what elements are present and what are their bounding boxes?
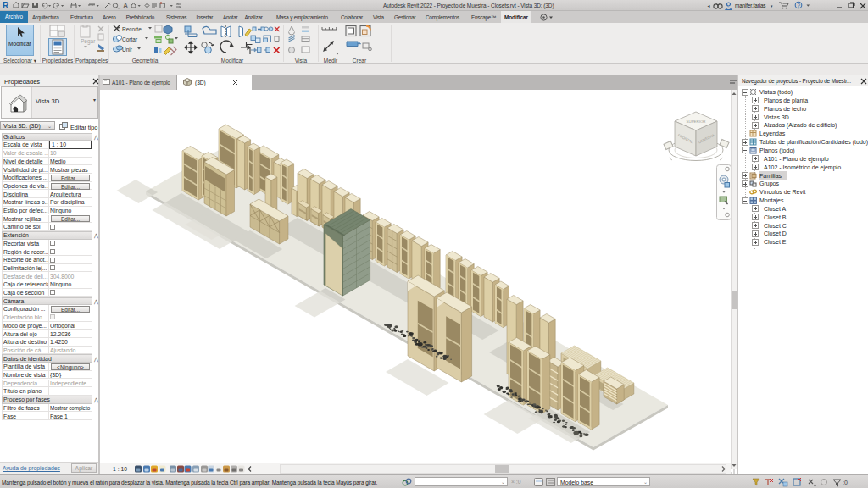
svg-text:Recorte: Recorte bbox=[122, 26, 142, 32]
svg-text::0: :0 bbox=[843, 480, 848, 485]
svg-text:SUPERIOR: SUPERIOR bbox=[687, 119, 706, 124]
svg-text:Cortar: Cortar bbox=[122, 36, 138, 42]
svg-text:?: ? bbox=[797, 3, 800, 8]
svg-text:A: A bbox=[123, 2, 128, 10]
svg-text:Unir: Unir bbox=[122, 47, 133, 53]
